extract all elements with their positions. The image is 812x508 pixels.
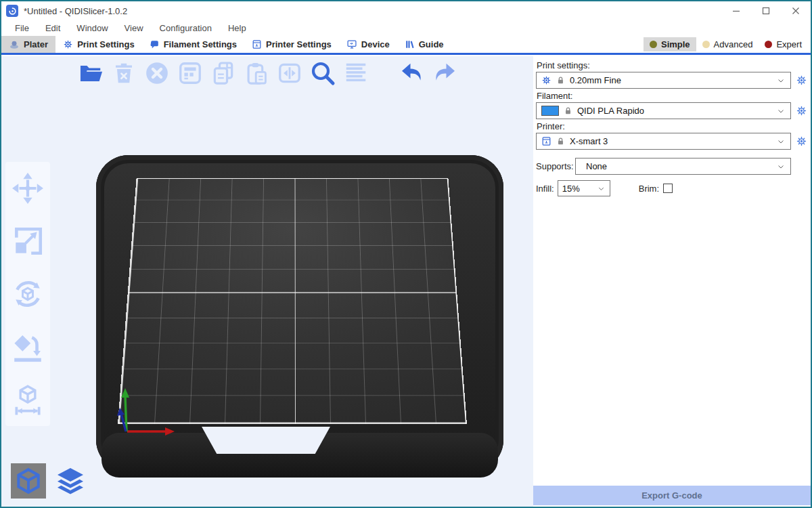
infill-label: Infill:	[536, 184, 554, 194]
split-objects-icon[interactable]	[276, 60, 303, 87]
print-settings-label: Print settings:	[537, 60, 808, 70]
tab-filament-settings[interactable]: Filament Settings	[142, 36, 244, 53]
gizmo-toolbar	[5, 162, 50, 426]
printer-value: X-smart 3	[570, 136, 608, 146]
tab-label: Plater	[24, 39, 48, 49]
tab-printer-settings[interactable]: Printer Settings	[244, 36, 339, 53]
printer-icon	[541, 136, 551, 146]
filament-select[interactable]: QIDI PLA Rapido	[536, 102, 791, 119]
printer-label: Printer:	[537, 121, 808, 131]
search-icon[interactable]	[309, 60, 336, 87]
menu-edit[interactable]: Edit	[37, 22, 68, 35]
mode-advanced[interactable]: Advanced	[696, 37, 759, 51]
menu-view[interactable]: View	[116, 22, 152, 35]
printer-gear-button[interactable]	[794, 135, 808, 147]
app-window: *Untitled - QIDISlicer-1.0.2 File Edit W…	[0, 0, 812, 508]
print-settings-value: 0.20mm Fine	[570, 75, 621, 85]
gear-icon	[63, 39, 73, 49]
tab-label: Printer Settings	[266, 39, 332, 49]
scale-icon[interactable]	[11, 224, 45, 258]
lock-icon	[556, 137, 565, 146]
title-bar: *Untitled - QIDISlicer-1.0.2	[1, 1, 811, 20]
tab-label: Print Settings	[77, 39, 135, 49]
variable-layer-height-icon[interactable]	[342, 60, 369, 87]
brim-label: Brim:	[639, 184, 659, 194]
chevron-down-icon	[597, 184, 606, 193]
tab-label: Guide	[419, 39, 444, 49]
filament-color-swatch	[541, 106, 559, 116]
open-icon[interactable]	[77, 60, 104, 87]
supports-value: None	[586, 161, 607, 171]
print-settings-select[interactable]: 0.20mm Fine	[536, 72, 791, 89]
filament-label: Filament:	[537, 91, 808, 101]
plater-icon	[9, 39, 20, 50]
menu-configuration[interactable]: Configuration	[152, 22, 220, 35]
chevron-down-icon	[776, 162, 786, 171]
tab-label: Device	[361, 39, 390, 49]
printer-icon	[252, 39, 262, 49]
chevron-down-icon	[776, 76, 786, 85]
infill-select[interactable]: 15%	[558, 180, 610, 196]
infill-value: 15%	[562, 184, 580, 194]
print-settings-gear-button[interactable]	[794, 75, 808, 86]
close-button[interactable]	[781, 1, 811, 20]
3d-editor-view-icon[interactable]	[11, 463, 46, 499]
menu-bar: File Edit Window View Configuration Help	[1, 20, 811, 36]
mode-label: Simple	[661, 39, 690, 49]
tab-device[interactable]: Device	[339, 36, 397, 53]
export-gcode-button[interactable]: Export G-code	[533, 486, 811, 505]
device-icon	[346, 39, 357, 49]
chevron-down-icon	[776, 106, 786, 116]
rotate-icon[interactable]	[11, 277, 45, 311]
tab-label: Filament Settings	[164, 39, 237, 49]
mode-label: Advanced	[714, 39, 753, 49]
move-icon[interactable]	[11, 171, 45, 205]
menu-file[interactable]: File	[7, 22, 37, 35]
copy-icon[interactable]	[210, 60, 237, 87]
guide-icon	[405, 39, 415, 49]
menu-window[interactable]: Window	[68, 22, 116, 35]
mode-expert[interactable]: Expert	[759, 37, 808, 51]
tab-print-settings[interactable]: Print Settings	[55, 36, 142, 53]
paste-icon[interactable]	[243, 60, 270, 87]
app-logo-icon	[6, 5, 18, 17]
supports-label: Supports:	[536, 161, 574, 171]
filament-gear-button[interactable]	[794, 105, 808, 117]
simple-dot-icon	[650, 41, 657, 48]
window-title: *Untitled - QIDISlicer-1.0.2	[24, 6, 127, 16]
settings-sidebar: Print settings: 0.20mm Fine Filament: QI…	[533, 56, 811, 507]
plater-toolbar	[77, 60, 458, 87]
mode-selector: Simple Advanced Expert	[644, 36, 811, 53]
tab-guide[interactable]: Guide	[397, 36, 451, 53]
supports-select[interactable]: None	[575, 158, 791, 175]
menu-help[interactable]: Help	[220, 22, 254, 35]
filament-icon	[150, 39, 160, 49]
measure-icon[interactable]	[11, 383, 45, 417]
expert-dot-icon	[765, 41, 772, 48]
advanced-dot-icon	[702, 41, 710, 48]
tab-plater[interactable]: Plater	[1, 36, 55, 53]
maximize-button[interactable]	[751, 1, 781, 20]
lock-icon	[556, 76, 565, 85]
plater-3d-viewport[interactable]	[1, 56, 533, 507]
lock-icon	[564, 106, 572, 115]
coordinate-axes	[103, 372, 184, 440]
brim-checkbox[interactable]	[663, 184, 673, 193]
chevron-down-icon	[776, 137, 786, 146]
mode-label: Expert	[776, 39, 802, 49]
arrange-icon[interactable]	[177, 60, 204, 87]
preview-view-icon[interactable]	[53, 463, 88, 499]
mode-simple[interactable]: Simple	[644, 37, 696, 51]
gear-icon	[541, 75, 551, 85]
delete-all-icon[interactable]	[143, 60, 171, 87]
printer-bed-handle-cutout	[198, 427, 334, 454]
printer-select[interactable]: X-smart 3	[536, 133, 791, 150]
delete-icon[interactable]	[110, 60, 137, 87]
filament-value: QIDI PLA Rapido	[577, 106, 644, 116]
minimize-button[interactable]	[721, 1, 751, 20]
tab-bar: Plater Print Settings Filament Settings …	[1, 36, 811, 55]
view-toolbar	[11, 463, 88, 499]
undo-icon[interactable]	[399, 60, 426, 87]
place-on-face-icon[interactable]	[11, 330, 45, 364]
redo-icon[interactable]	[431, 60, 458, 87]
